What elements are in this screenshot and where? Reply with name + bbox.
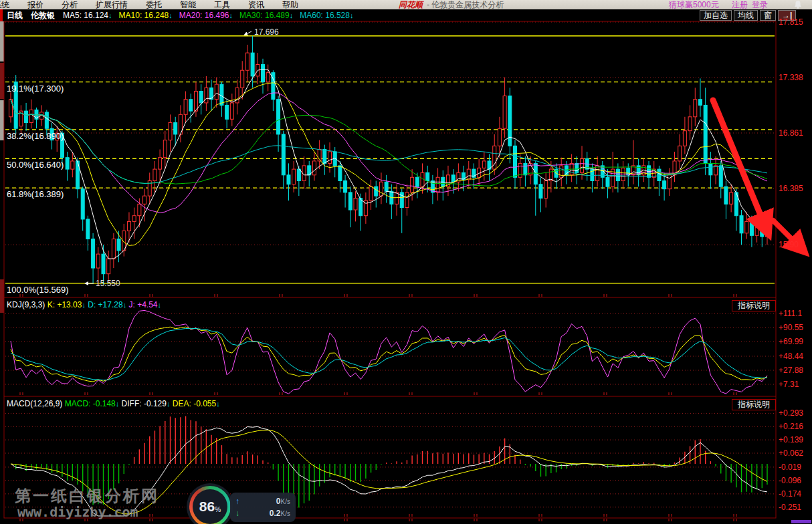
kdj-d-value: D: +17.28: [88, 300, 122, 309]
fib-level-label: 61.8%(16.389): [7, 189, 64, 199]
trading-app-window: 系统报价分析扩展行情委托智能工具资讯帮助 同花顺 - 伦敦贵金属技术分析 猜球赢…: [0, 0, 812, 524]
network-health-gauge[interactable]: 86 %: [189, 486, 231, 524]
axis-label: +48.44: [779, 352, 803, 361]
axis-label: +27.88: [779, 366, 803, 375]
download-speed: 0.2: [270, 509, 281, 518]
axis-label: 15.90: [779, 240, 799, 249]
axis-label: 16.861: [779, 128, 803, 138]
bottom-scrollbar-fragment[interactable]: [791, 520, 811, 523]
fib-level-label: 38.2%(16.890): [7, 131, 64, 141]
axis-label: -0.019: [779, 463, 801, 472]
download-arrow-icon: ↓: [235, 509, 239, 518]
kdj-indicator-help-button[interactable]: 指标说明: [732, 300, 776, 311]
gauge-face: 86 %: [193, 489, 227, 524]
axis-label: +0.139: [779, 435, 803, 444]
macd-dea-value: DEA: -0.055: [173, 399, 216, 408]
fib-level-label: 100.0%(15.569): [7, 285, 69, 295]
upload-arrow-icon: ↑: [235, 497, 239, 506]
gauge-percent: 86: [199, 499, 215, 515]
macd-indicator-help-button[interactable]: 指标说明: [732, 399, 776, 410]
upload-speed: 0: [276, 497, 281, 506]
price-chart-canvas[interactable]: [0, 0, 812, 524]
kdj-title: KDJ(9,3,3): [7, 300, 45, 309]
fib-level-label: 50.0%(16.640): [7, 160, 64, 170]
kdj-j-value: J: +4.54: [128, 300, 157, 309]
axis-label: +0.216: [779, 422, 803, 431]
low-price-label: 15.550: [96, 279, 120, 288]
axis-label: +69.99: [779, 337, 803, 346]
axis-label: +0.293: [779, 408, 803, 418]
watermark-site-url: www.diyizby.com: [17, 504, 138, 520]
axis-label: +111.1: [779, 309, 802, 318]
axis-label: -0.096: [779, 476, 801, 485]
macd-diff-value: DIFF: -0.129: [122, 399, 167, 408]
axis-label: +0.062: [779, 448, 803, 458]
macd-title: MACD(12,26,9): [7, 399, 62, 408]
axis-label: +90.55: [779, 323, 803, 332]
axis-label: -0.251: [779, 503, 801, 512]
kdj-k-value: K: +13.03: [47, 300, 82, 309]
axis-label: 17.338: [779, 73, 803, 82]
price-axis: 17.81517.33816.86116.38515.90+111.1+90.5…: [777, 0, 812, 524]
axis-label: +7.31: [779, 380, 799, 389]
axis-label: 17.815: [779, 17, 803, 27]
axis-label: 16.385: [779, 184, 803, 193]
macd-legend: MACD(12,26,9) MACD: -0.148↓ DIFF: -0.129…: [7, 399, 220, 409]
axis-label: -0.174: [779, 489, 801, 499]
macd-value: MACD: -0.148: [65, 399, 116, 408]
high-price-label: 17.696: [254, 27, 279, 37]
kdj-legend: KDJ(9,3,3) K: +13.03↓ D: +17.28↓ J: +4.5…: [7, 300, 161, 310]
fib-level-label: 19.1%(17.300): [7, 84, 64, 94]
network-speed-panel: ↑ 0K/s ↓ 0.2K/s: [230, 493, 296, 522]
